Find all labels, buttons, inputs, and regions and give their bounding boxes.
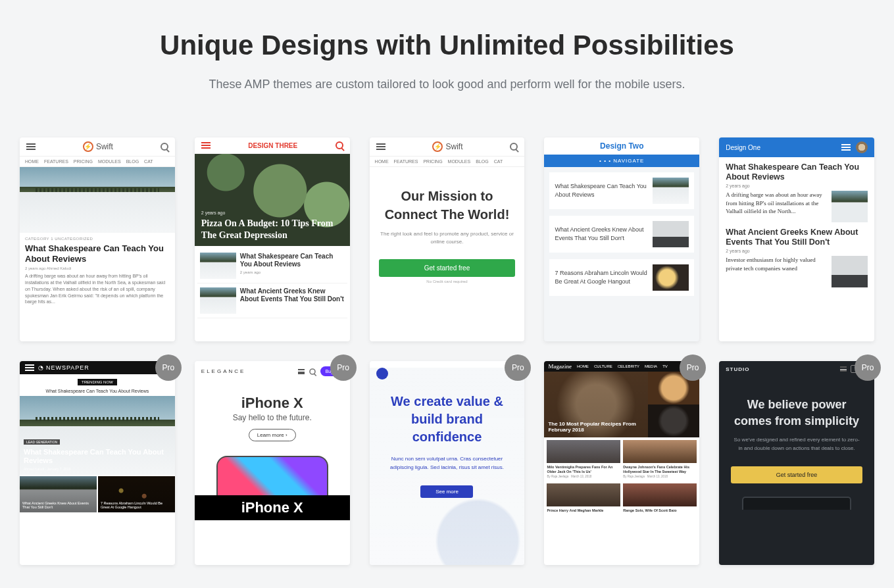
item-title: What Ancient Greeks Knew About Events Th… xyxy=(240,287,345,303)
list-item: What Ancient Greeks Knew About Events Th… xyxy=(549,216,694,253)
swift-logo: ⚡ Swift xyxy=(83,141,113,152)
post-excerpt: Investor enthusiasm for highly valued pr… xyxy=(726,256,826,287)
hamburger-icon xyxy=(25,364,34,371)
item-title: 7 Reasons Abraham Lincoln Would Be Great… xyxy=(555,269,647,285)
thumb-image xyxy=(832,256,868,287)
theme-card-magazine[interactable]: Pro Magazine HOME CULTURE CELEBRITY MEDI… xyxy=(544,361,699,565)
post-title: What Shakespeare Can Teach You About Rev… xyxy=(726,162,868,182)
list-item: What Shakespeare Can Teach You About Rev… xyxy=(549,172,694,209)
pro-badge: Pro xyxy=(505,355,531,381)
pro-badge: Pro xyxy=(680,355,706,381)
item-title: What Shakespeare Can Teach You About Rev… xyxy=(240,253,345,268)
theme-card-agency[interactable]: Pro We create value & build brand confid… xyxy=(370,361,525,565)
cta-button: Get started free xyxy=(379,259,516,277)
ticker-text: What Shakespeare Can Teach You About Rev… xyxy=(20,386,175,396)
post-title: What Shakespeare Can Teach You About Rev… xyxy=(25,243,170,264)
trending-badge: TRENDING NOW xyxy=(78,379,117,385)
nav-tabs: HOMEFEATURES PRICINGMODULES BLOGCAT xyxy=(370,157,525,167)
post-title: What Ancient Greeks Knew About Events Th… xyxy=(726,228,868,247)
theme-card-elegance[interactable]: Pro ELEGANCE Buy N iPhone X Say hello to… xyxy=(195,361,350,565)
thumb-image xyxy=(648,404,700,437)
hero-title: We believe power comes from simplicity xyxy=(719,377,874,436)
article-item: Prince Harry And Meghan Markle xyxy=(547,483,620,513)
search-icon xyxy=(309,368,316,375)
hero-title: Unique Designs with Unlimited Possibilit… xyxy=(13,30,881,61)
logo-text: Magazine xyxy=(548,363,571,370)
thumb-image xyxy=(623,440,697,463)
hero-subtitle: These AMP themes are custom tailored to … xyxy=(13,78,881,91)
more-designs-label: + MANY MORE DESIGNS xyxy=(0,565,894,588)
thumb-image xyxy=(547,483,620,506)
theme-card-design-three[interactable]: DESIGN THREE 2 years ago Pizza On A Budg… xyxy=(195,137,350,341)
hamburger-icon xyxy=(201,142,211,149)
post-date: 2 years ago xyxy=(726,184,868,188)
theme-card-design-one[interactable]: Design One What Shakespeare Can Teach Yo… xyxy=(719,137,874,341)
hamburger-icon xyxy=(841,144,851,151)
article-item: Dwayne Johnson's Fans Celebrate His Holl… xyxy=(623,440,697,478)
logo-text: Swift xyxy=(96,142,113,151)
hamburger-icon xyxy=(26,143,36,150)
theme-card-newspaper[interactable]: Pro ◔ NEWSPAPER TRENDING NOW What Shakes… xyxy=(20,361,175,565)
article-item: Range Solo, Wife Of Scott Baio xyxy=(623,483,697,513)
device-image xyxy=(742,497,851,510)
hero-image: The 10 Most Popular Recipes From Februar… xyxy=(544,372,647,437)
thumb-image xyxy=(200,253,236,279)
hero-title: We create value & build brand confidence xyxy=(370,393,525,446)
logo-text: NEWSPAPER xyxy=(46,364,89,371)
thumb-image xyxy=(653,221,689,247)
post-meta: Ahmed Kaludi - January 7, 2016 xyxy=(24,467,171,471)
pro-badge: Pro xyxy=(855,355,881,381)
item-date: 2 years ago xyxy=(240,270,345,274)
theme-card-design-two[interactable]: Design Two • • • NAVIGATE What Shakespea… xyxy=(544,137,699,341)
post-date: 2 years ago xyxy=(726,249,868,253)
theme-card-studio[interactable]: Pro STUDIO Sign We believe power comes f… xyxy=(719,361,874,565)
hamburger-icon xyxy=(298,369,305,374)
thumb-image xyxy=(623,483,697,506)
hero-image xyxy=(20,167,175,233)
post-meta: 2 years ago Ahmed Kaludi xyxy=(25,266,170,270)
list-item: What Ancient Greeks Knew About Events Th… xyxy=(197,283,347,318)
hero-title: The 10 Most Popular Recipes From Februar… xyxy=(548,421,643,433)
logo-text: ELEGANCE xyxy=(201,368,246,374)
cta-button: Get started free xyxy=(731,466,862,483)
nav-tabs: HOMEFEATURES PRICINGMODULES BLOGCAT xyxy=(20,157,175,167)
hero-sub: So we've designed and refined every elem… xyxy=(719,436,874,453)
nav-item: TV xyxy=(662,364,668,368)
pro-badge: Pro xyxy=(155,355,182,381)
hamburger-icon xyxy=(840,366,847,372)
post-excerpt: A drifting barge was about an hour away … xyxy=(25,273,170,305)
bolt-icon: ⚡ xyxy=(432,141,443,152)
post-excerpt: A drifting barge was about an hour away … xyxy=(726,191,826,222)
learn-more-button: Learn more › xyxy=(249,429,296,441)
pro-badge: Pro xyxy=(330,355,357,381)
list-item: What Shakespeare Can Teach You About Rev… xyxy=(197,249,347,283)
hero-sub: The right look and feel to promote any p… xyxy=(379,230,516,246)
nav-item: CULTURE xyxy=(594,364,612,368)
search-icon xyxy=(510,143,518,151)
phone-image xyxy=(216,456,328,495)
thumb-item: 7 Reasons Abraham Lincoln Would Be Great… xyxy=(98,476,175,512)
article-item: Milo Ventimiglia Prepares Fans For An Ol… xyxy=(547,440,620,478)
thumb-image xyxy=(653,264,689,291)
nav-item: MEDIA xyxy=(645,364,657,368)
hamburger-icon xyxy=(376,143,385,150)
thumb-image xyxy=(832,191,868,222)
cta-note: No Credit card required xyxy=(370,280,525,283)
post-category: CATEGORY 1 UNCATEGORIZED xyxy=(25,237,170,241)
list-item: 7 Reasons Abraham Lincoln Would Be Great… xyxy=(549,259,694,296)
post-tag: LEAD GENERATION xyxy=(24,439,60,445)
nav-item: CELEBRITY xyxy=(618,364,639,368)
navigate-bar: • • • NAVIGATE xyxy=(544,155,699,167)
cta-button: See more xyxy=(420,485,473,498)
hero-headline: Our Mission to Connect The World! xyxy=(379,187,516,224)
thumb-image xyxy=(547,440,620,463)
post-date: 2 years ago xyxy=(201,210,343,215)
theme-card-swift-blog[interactable]: ⚡ Swift HOMEFEATURES PRICINGMODULES BLOG… xyxy=(20,137,175,341)
post-headline: What Shakespeare Can Teach You About Rev… xyxy=(24,448,171,465)
logo-icon xyxy=(376,368,388,380)
newspaper-logo: ◔ NEWSPAPER xyxy=(38,364,89,371)
theme-card-swift-mission[interactable]: ⚡ Swift HOMEFEATURES PRICINGMODULES BLOG… xyxy=(370,137,525,341)
post-headline: Pizza On A Budget: 10 Tips From The Grea… xyxy=(201,218,343,241)
bolt-icon: ⚡ xyxy=(83,141,93,152)
thumb-item: What Ancient Greeks Knew About Events Th… xyxy=(20,476,97,512)
